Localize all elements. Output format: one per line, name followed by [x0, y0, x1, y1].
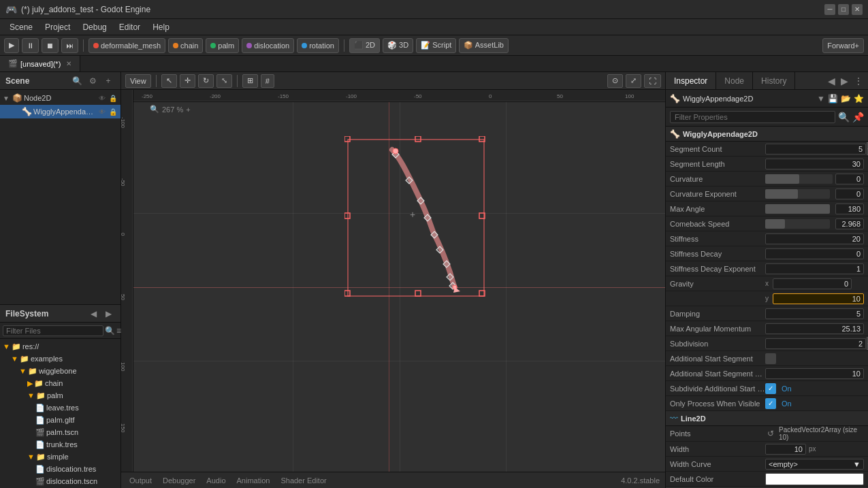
menu-help[interactable]: Help [147, 21, 175, 33]
3d-tab[interactable]: 🎲 3D [383, 38, 413, 53]
fs-expand2-btn[interactable]: ▶ [101, 308, 115, 320]
fs-filter-input[interactable] [3, 325, 103, 336]
fs-item-disltscn[interactable]: 🎬 dislocation.tscn [0, 475, 120, 487]
step-btn[interactable]: ⏭ [61, 38, 78, 53]
forward-btn[interactable]: Forward+ [822, 38, 864, 53]
inspector-left-btn[interactable]: ◀ [826, 76, 837, 86]
close-btn[interactable]: ✕ [852, 4, 863, 15]
comeback-speed-input[interactable] [835, 218, 864, 229]
shader-editor-tab[interactable]: Shader Editor [278, 476, 329, 485]
dislocation-tab[interactable]: dislocation [242, 38, 294, 53]
max-angle-input[interactable] [835, 204, 864, 214]
gravity-y-input[interactable] [773, 293, 864, 304]
menu-scene[interactable]: Scene [4, 21, 38, 33]
stop-btn[interactable]: ⏹ [42, 38, 59, 53]
width-input[interactable] [765, 444, 806, 455]
tree-lock-wiggly[interactable]: 🔒 [108, 107, 118, 116]
gravity-x-input[interactable] [773, 278, 852, 289]
2d-tab[interactable]: ⬛ 2D [349, 38, 380, 53]
fs-item-palmtscn[interactable]: 🎬 palm.tscn [0, 426, 120, 438]
damping-input[interactable] [765, 308, 864, 319]
default-color-swatch[interactable] [765, 473, 864, 485]
curvature-input[interactable] [835, 174, 864, 184]
inspector-tab-node[interactable]: Node [716, 72, 753, 89]
menu-editor[interactable]: Editor [114, 21, 146, 33]
subdivision-input[interactable] [765, 338, 866, 349]
tree-wiggly[interactable]: 🦴 WigglyAppendage2D 👁 🔒 [0, 105, 120, 118]
fs-sort-btn[interactable]: ≡ [116, 325, 121, 337]
tree-visible-node2d[interactable]: 👁 [97, 93, 107, 103]
inspector-tab-history[interactable]: History [753, 72, 795, 89]
inspector-pin-icon[interactable]: 📌 [852, 112, 864, 123]
inspector-menu-btn[interactable]: ⋮ [852, 76, 865, 86]
curvature-exp-input[interactable] [835, 189, 864, 199]
tree-lock-node2d[interactable]: 🔒 [108, 93, 118, 103]
width-curve-dropdown[interactable]: <empty> ▼ [765, 459, 864, 470]
fs-item-wigglebo[interactable]: ▼ 📁 wigglebone [0, 365, 120, 377]
add-start-seg-checkbox[interactable] [765, 353, 776, 364]
zoom-plus[interactable]: + [186, 105, 190, 114]
node-selector-dropdown[interactable]: ▼ [817, 94, 825, 103]
rotation-tab[interactable]: rotation [297, 38, 339, 53]
fs-item-leave[interactable]: 📄 leave.tres [0, 402, 120, 414]
inspector-search-input[interactable] [670, 111, 835, 123]
play-btn[interactable]: ▶ [4, 38, 19, 53]
fs-item-palmgltf[interactable]: 📄 palm.gltf [0, 414, 120, 426]
maximize-btn[interactable]: □ [838, 4, 849, 15]
fs-item-chain[interactable]: ▶ 📁 chain [0, 377, 120, 389]
tree-visible-wiggly[interactable]: 👁 [97, 107, 107, 116]
fs-item-examples[interactable]: ▼ 📁 examples [0, 353, 120, 365]
stiffness-decay-input[interactable] [765, 248, 864, 259]
script-tab[interactable]: 📝 Script [416, 38, 456, 53]
vp-select-btn[interactable]: ↖ [161, 74, 177, 88]
inspector-search-icon[interactable]: 🔍 [838, 112, 850, 123]
deformable-mesh-tab[interactable]: deformable_mesh [89, 38, 165, 53]
fs-item-simple[interactable]: ▼ 📁 simple [0, 451, 120, 463]
vp-maximize-btn[interactable]: ⛶ [644, 74, 661, 88]
active-scene-tab[interactable]: 🎬 [unsaved](*) ✕ [0, 56, 80, 71]
chain-tab[interactable]: chain [168, 38, 203, 53]
fs-item-palm[interactable]: ▼ 📁 palm [0, 389, 120, 402]
output-tab[interactable]: Output [127, 476, 155, 485]
vp-rotate-btn[interactable]: ↻ [198, 74, 214, 88]
node-selector-load[interactable]: 📂 [841, 94, 851, 103]
scene-settings-btn[interactable]: ⚙ [86, 75, 99, 87]
node-selector-favorite[interactable]: ⭐ [854, 94, 864, 103]
menu-debug[interactable]: Debug [77, 21, 112, 33]
fs-item-res[interactable]: ▼ 📁 res:// [0, 340, 120, 353]
filter-nodes-btn[interactable]: 🔍 [70, 75, 84, 87]
tree-node2d[interactable]: ▼ 📦 Node2D 👁 🔒 [0, 91, 120, 105]
vp-scale-btn[interactable]: ⤡ [216, 74, 232, 88]
minimize-btn[interactable]: ─ [824, 4, 835, 15]
vp-view-btn[interactable]: View [125, 74, 151, 88]
max-angle-slider[interactable] [765, 204, 830, 214]
menu-project[interactable]: Project [39, 21, 76, 33]
vp-canvas[interactable]: -250 -200 -150 -100 -50 0 50 100 150 [121, 90, 665, 472]
fs-item-disltres[interactable]: 📄 dislocation.tres [0, 463, 120, 475]
fs-filter-btn[interactable]: 🔍 [105, 325, 115, 337]
scene-action-btn[interactable]: + [101, 75, 115, 87]
vp-grid-btn[interactable]: # [261, 74, 274, 88]
stiffness-decay-exp-input[interactable] [765, 263, 864, 274]
fs-item-trunk[interactable]: 📄 trunk.tres [0, 438, 120, 451]
vp-snap-btn[interactable]: ⊞ [242, 74, 258, 88]
fs-expand-btn[interactable]: ◀ [86, 308, 100, 320]
node-selector-save[interactable]: 💾 [828, 94, 838, 103]
curvature-exp-slider[interactable] [765, 189, 830, 199]
palm-tab[interactable]: palm [206, 38, 239, 53]
curvature-slider[interactable] [765, 174, 833, 184]
assetlib-tab[interactable]: 📦 AssetLib [459, 38, 509, 53]
vp-move-btn[interactable]: ✛ [180, 74, 195, 88]
scene-tab-close[interactable]: ✕ [66, 60, 71, 67]
audio-tab[interactable]: Audio [204, 476, 228, 485]
add-start-seg-len-input[interactable] [765, 368, 864, 379]
pause-btn[interactable]: ⏸ [22, 38, 39, 53]
segment-length-input[interactable] [765, 159, 864, 169]
points-reload-btn[interactable]: ↺ [765, 428, 776, 439]
segment-count-input[interactable] [765, 144, 866, 154]
subdiv-add-start-checkbox[interactable]: ✓ [765, 383, 776, 394]
max-angular-input[interactable] [765, 323, 864, 334]
vp-center-btn[interactable]: ⊙ [607, 74, 623, 88]
inspector-right-btn[interactable]: ▶ [839, 76, 850, 86]
inspector-tab-inspector[interactable]: Inspector [666, 72, 716, 89]
